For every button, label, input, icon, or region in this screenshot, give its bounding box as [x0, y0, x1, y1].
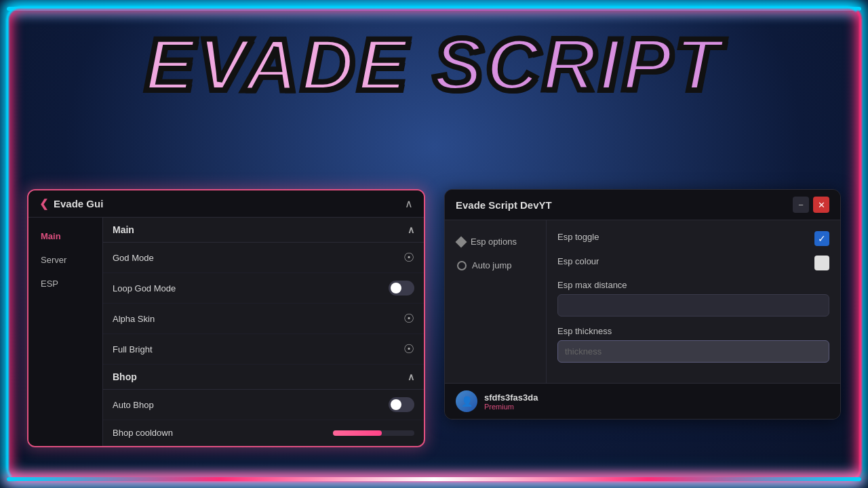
alpha-skin-fingerprint-icon[interactable]: ☉	[403, 311, 414, 326]
circle-icon	[457, 261, 467, 270]
minimize-button[interactable]: −	[793, 197, 809, 213]
neon-top-border	[7, 7, 861, 11]
bhop-section-label: Bhop	[113, 371, 137, 382]
auto-bhop-toggle[interactable]	[389, 397, 414, 412]
esp-colour-row: Esp colour	[557, 256, 829, 270]
sidebar: Main Server ESP	[28, 218, 103, 446]
esp-colour-label: Esp colour	[557, 256, 599, 266]
right-panel-body: Esp options Auto jump Esp toggle ✓ Esp c…	[445, 220, 840, 383]
title-part1: EVADE	[145, 22, 433, 106]
right-panel-title: Evade Script DevYT	[456, 199, 552, 211]
auto-bhop-label: Auto Bhop	[113, 400, 154, 410]
esp-max-distance-input[interactable]	[557, 294, 829, 317]
esp-thickness-input[interactable]	[557, 340, 829, 363]
main-section-header: Main ∧	[103, 218, 424, 243]
header-left: ❮ Evade Gui	[39, 197, 103, 210]
loop-god-mode-label: Loop God Mode	[113, 283, 176, 293]
back-icon[interactable]: ❮	[39, 197, 48, 210]
panels-container: ❮ Evade Gui ∧ Main Server ESP Main ∧ God…	[27, 189, 841, 447]
slider-fill	[333, 430, 382, 436]
alpha-skin-item: Alpha Skin ☉	[103, 304, 424, 334]
bhop-cooldown-slider[interactable]	[333, 430, 414, 436]
header-controls: − ✕	[793, 197, 829, 213]
right-nav: Esp options Auto jump	[445, 220, 547, 383]
user-avatar: 👤	[456, 390, 477, 412]
title-part2: SCRIPT	[433, 22, 723, 106]
content-area: Main ∧ God Mode ☉ Loop God Mode Alpha Sk…	[103, 218, 424, 446]
left-panel-body: Main Server ESP Main ∧ God Mode ☉ Loop G…	[28, 218, 424, 446]
sidebar-item-main[interactable]: Main	[34, 226, 97, 247]
sidebar-item-esp[interactable]: ESP	[34, 273, 97, 294]
auto-bhop-item: Auto Bhop	[103, 390, 424, 420]
bhop-section-collapse[interactable]: ∧	[408, 371, 414, 382]
right-panel: Evade Script DevYT − ✕ Esp options Auto …	[444, 189, 841, 420]
esp-thickness-label: Esp thickness	[557, 326, 829, 336]
main-section-collapse[interactable]: ∧	[408, 224, 414, 235]
esp-toggle-label: Esp toggle	[557, 232, 599, 242]
user-info: sfdfs3fas3da Premium	[484, 392, 829, 411]
nav-esp-options-label: Esp options	[471, 237, 517, 247]
alpha-skin-label: Alpha Skin	[113, 314, 155, 324]
full-bright-label: Full Bright	[113, 344, 153, 354]
god-mode-label: God Mode	[113, 253, 154, 263]
bhop-section-header: Bhop ∧	[103, 365, 424, 390]
sidebar-item-server[interactable]: Server	[34, 249, 97, 270]
main-section-label: Main	[113, 224, 134, 235]
full-bright-fingerprint-icon[interactable]: ☉	[403, 342, 414, 357]
esp-colour-swatch[interactable]	[814, 256, 829, 270]
left-panel: ❮ Evade Gui ∧ Main Server ESP Main ∧ God…	[27, 189, 425, 447]
full-bright-item: Full Bright ☉	[103, 334, 424, 365]
nav-esp-options[interactable]: Esp options	[453, 231, 538, 252]
right-content: Esp toggle ✓ Esp colour Esp max distance…	[547, 220, 840, 383]
main-title: EVADE SCRIPT	[0, 27, 868, 102]
neon-bottom-border	[7, 477, 861, 481]
left-panel-header: ❮ Evade Gui ∧	[28, 190, 424, 218]
nav-auto-jump-label: Auto jump	[472, 260, 512, 270]
right-footer: 👤 sfdfs3fas3da Premium	[445, 383, 840, 419]
god-mode-fingerprint-icon[interactable]: ☉	[403, 250, 414, 265]
esp-max-distance-row: Esp max distance	[557, 280, 829, 317]
loop-god-mode-item: Loop God Mode	[103, 273, 424, 304]
right-panel-header: Evade Script DevYT − ✕	[445, 190, 840, 220]
bhop-cooldown-label: Bhop cooldown	[113, 428, 173, 438]
diamond-icon	[456, 236, 467, 247]
god-mode-item: God Mode ☉	[103, 243, 424, 273]
nav-auto-jump[interactable]: Auto jump	[453, 255, 538, 276]
esp-thickness-row: Esp thickness	[557, 326, 829, 363]
username: sfdfs3fas3da	[484, 392, 829, 403]
collapse-icon[interactable]: ∧	[405, 197, 413, 210]
esp-toggle-row: Esp toggle ✓	[557, 231, 829, 246]
esp-max-distance-label: Esp max distance	[557, 280, 829, 290]
bhop-cooldown-item: Bhop cooldown	[103, 420, 424, 446]
user-badge: Premium	[484, 403, 829, 411]
left-panel-title: Evade Gui	[54, 198, 103, 209]
close-button[interactable]: ✕	[813, 197, 829, 213]
esp-toggle-checkbox[interactable]: ✓	[814, 231, 829, 246]
loop-god-mode-toggle[interactable]	[389, 281, 414, 296]
